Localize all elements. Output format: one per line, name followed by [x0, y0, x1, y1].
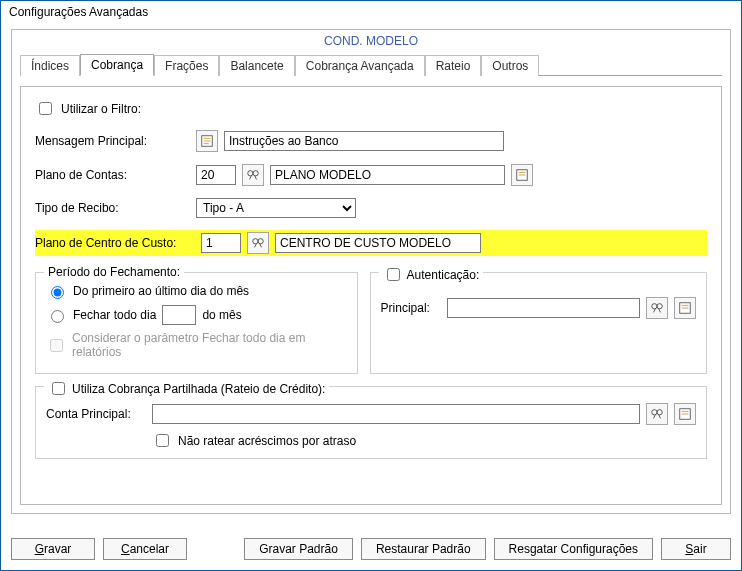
- periodo-opt2-radio[interactable]: [51, 310, 64, 323]
- cobranca-partilhada-checkbox[interactable]: [52, 382, 65, 395]
- svg-line-13: [255, 244, 257, 248]
- periodo-opt2b-label: do mês: [202, 308, 241, 322]
- conta-principal-input[interactable]: [152, 404, 640, 424]
- window: Configurações Avançadas COND. MODELO Índ…: [0, 0, 742, 571]
- svg-point-5: [253, 171, 258, 176]
- cobranca-partilhada-legend: Utiliza Cobrança Partilhada (Rateio de C…: [72, 382, 325, 396]
- svg-point-11: [253, 239, 258, 244]
- svg-point-16: [657, 304, 662, 309]
- mensagem-principal-input[interactable]: [224, 131, 504, 151]
- tab-strip: Índices Cobrança Frações Balancete Cobra…: [20, 54, 730, 75]
- svg-point-22: [652, 410, 657, 415]
- tab-balancete[interactable]: Balancete: [219, 55, 294, 76]
- auth-search-icon[interactable]: [646, 297, 668, 319]
- tab-rateio[interactable]: Rateio: [425, 55, 482, 76]
- svg-point-4: [248, 171, 253, 176]
- mensagem-open-icon[interactable]: [196, 130, 218, 152]
- periodo-fechamento-group: Período do Fechamento: Do primeiro ao úl…: [35, 272, 358, 374]
- periodo-opt2a-label: Fechar todo dia: [73, 308, 156, 322]
- subtitle: COND. MODELO: [12, 30, 730, 50]
- tipo-recibo-label: Tipo de Recibo:: [35, 201, 190, 215]
- centro-custo-code-input[interactable]: [201, 233, 241, 253]
- tab-indices[interactable]: Índices: [20, 55, 80, 76]
- svg-line-14: [260, 244, 262, 248]
- svg-line-24: [654, 415, 656, 419]
- tab-cobranca[interactable]: Cobrança: [80, 54, 154, 76]
- svg-line-18: [659, 309, 661, 313]
- nao-ratear-checkbox[interactable]: [156, 434, 169, 447]
- restaurar-padrao-button[interactable]: Restaurar Padrão: [361, 538, 486, 560]
- periodo-opt1-radio[interactable]: [51, 286, 64, 299]
- conta-search-icon[interactable]: [646, 403, 668, 425]
- centro-custo-label: Plano de Centro de Custo:: [35, 236, 195, 250]
- autenticacao-legend: Autenticação:: [407, 268, 480, 282]
- gravar-button[interactable]: Gravar: [11, 538, 95, 560]
- tab-cobranca-avancada[interactable]: Cobrança Avançada: [295, 55, 425, 76]
- svg-line-6: [250, 176, 252, 180]
- sair-button[interactable]: Sair: [661, 538, 731, 560]
- tab-content: Utilizar o Filtro: Mensagem Principal: P…: [20, 80, 722, 505]
- svg-point-23: [657, 410, 662, 415]
- cobranca-partilhada-group: Utiliza Cobrança Partilhada (Rateio de C…: [35, 386, 707, 459]
- outer-panel: COND. MODELO Índices Cobrança Frações Ba…: [11, 29, 731, 514]
- svg-line-25: [659, 415, 661, 419]
- plano-contas-desc-input[interactable]: [270, 165, 505, 185]
- auth-principal-label: Principal:: [381, 301, 441, 315]
- periodo-dia-input[interactable]: [162, 305, 196, 325]
- centro-custo-desc-input[interactable]: [275, 233, 481, 253]
- resgatar-config-button[interactable]: Resgatar Configurações: [494, 538, 653, 560]
- auth-open-icon[interactable]: [674, 297, 696, 319]
- autenticacao-group: Autenticação: Principal:: [370, 272, 707, 374]
- utilizar-filtro-checkbox[interactable]: [39, 102, 52, 115]
- utilizar-filtro-label: Utilizar o Filtro:: [61, 102, 141, 116]
- periodo-opt3-label: Considerar o parâmetro Fechar todo dia e…: [72, 331, 312, 359]
- tipo-recibo-select[interactable]: Tipo - A: [196, 198, 356, 218]
- svg-line-17: [654, 309, 656, 313]
- tab-outros[interactable]: Outros: [481, 55, 539, 76]
- mensagem-principal-label: Mensagem Principal:: [35, 134, 190, 148]
- plano-contas-code-input[interactable]: [196, 165, 236, 185]
- svg-point-15: [652, 304, 657, 309]
- plano-contas-search-icon[interactable]: [242, 164, 264, 186]
- cancelar-button[interactable]: Cancelar: [103, 538, 187, 560]
- plano-contas-label: Plano de Contas:: [35, 168, 190, 182]
- periodo-opt3-checkbox: [50, 339, 63, 352]
- periodo-fechamento-legend: Período do Fechamento:: [44, 265, 184, 279]
- footer: Gravar Cancelar Gravar Padrão Restaurar …: [11, 538, 731, 560]
- nao-ratear-label: Não ratear acréscimos por atraso: [178, 434, 356, 448]
- plano-contas-open-icon[interactable]: [511, 164, 533, 186]
- auth-principal-input[interactable]: [447, 298, 640, 318]
- centro-custo-search-icon[interactable]: [247, 232, 269, 254]
- periodo-opt1-label: Do primeiro ao último dia do mês: [73, 284, 249, 298]
- autenticacao-checkbox[interactable]: [387, 268, 400, 281]
- conta-open-icon[interactable]: [674, 403, 696, 425]
- conta-principal-label: Conta Principal:: [46, 407, 146, 421]
- svg-point-12: [258, 239, 263, 244]
- gravar-padrao-button[interactable]: Gravar Padrão: [244, 538, 353, 560]
- window-title: Configurações Avançadas: [1, 1, 741, 23]
- svg-line-7: [255, 176, 257, 180]
- tab-fracoes[interactable]: Frações: [154, 55, 219, 76]
